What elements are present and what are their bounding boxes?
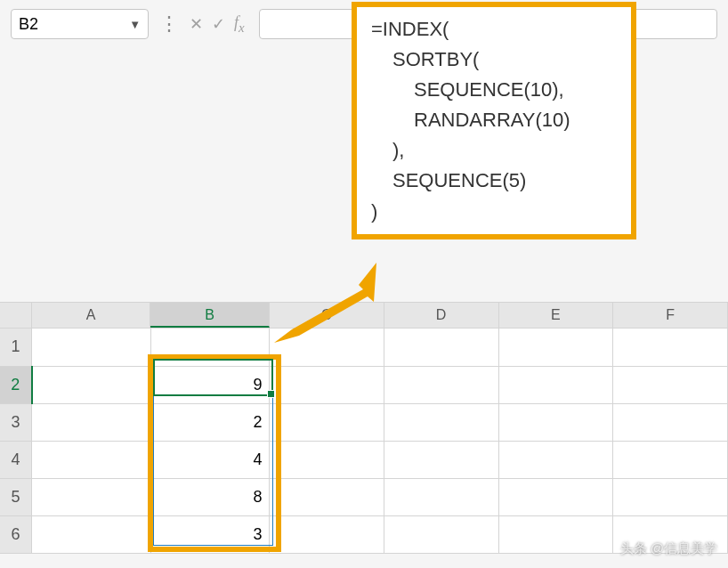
- cell-b3[interactable]: 2: [150, 403, 270, 441]
- cell-a3[interactable]: [32, 403, 151, 441]
- cell-d6[interactable]: [384, 515, 499, 553]
- col-header-a[interactable]: A: [32, 303, 151, 328]
- cells-table: 1 2 9 3 2 4 4: [0, 329, 728, 554]
- enter-icon[interactable]: ✓: [212, 14, 225, 34]
- cell-e1[interactable]: [498, 329, 613, 366]
- row-header-5[interactable]: 5: [0, 478, 32, 515]
- cell-f5[interactable]: [613, 478, 728, 515]
- cell-f2[interactable]: [613, 366, 728, 403]
- cell-d4[interactable]: [384, 441, 499, 478]
- formula-line: SEQUENCE(5): [371, 166, 617, 196]
- table-row: 5 8: [0, 478, 728, 515]
- cell-a5[interactable]: [32, 478, 151, 515]
- cell-c6[interactable]: [270, 515, 384, 553]
- cell-b6[interactable]: 3: [150, 515, 270, 553]
- cell-a2[interactable]: [32, 366, 151, 403]
- formula-line: SORTBY(: [371, 45, 617, 75]
- formula-callout: =INDEX( SORTBY( SEQUENCE(10), RANDARRAY(…: [352, 2, 636, 239]
- table-row: 2 9: [0, 366, 728, 403]
- table-row: 3 2: [0, 403, 728, 441]
- col-header-f[interactable]: F: [613, 303, 728, 328]
- row-header-6[interactable]: 6: [0, 515, 32, 553]
- formula-line: ),: [371, 135, 617, 166]
- cell-e2[interactable]: [498, 366, 613, 403]
- cell-f1[interactable]: [613, 329, 728, 366]
- cell-e4[interactable]: [498, 441, 613, 478]
- svg-marker-0: [274, 263, 376, 343]
- callout-arrow-icon: [274, 263, 381, 343]
- formula-line: =INDEX(: [371, 14, 617, 45]
- cell-d3[interactable]: [384, 403, 499, 441]
- formula-line: SEQUENCE(10),: [371, 75, 617, 105]
- cell-a6[interactable]: [32, 515, 151, 553]
- name-box-value: B2: [19, 15, 129, 34]
- col-header-d[interactable]: D: [384, 303, 499, 328]
- cell-d2[interactable]: [384, 366, 499, 403]
- cell-a4[interactable]: [32, 441, 151, 478]
- cell-b1[interactable]: [150, 329, 270, 366]
- cell-a1[interactable]: [32, 329, 151, 366]
- cell-e3[interactable]: [498, 403, 613, 441]
- row-header-3[interactable]: 3: [0, 403, 32, 441]
- table-row: 6 3: [0, 515, 728, 553]
- cell-e5[interactable]: [498, 478, 613, 515]
- formula-line: RANDARRAY(10): [371, 105, 617, 135]
- name-box[interactable]: B2 ▼: [11, 9, 149, 39]
- drag-handle-icon: ⋮: [158, 20, 181, 28]
- cell-b5[interactable]: 8: [150, 478, 270, 515]
- chevron-down-icon[interactable]: ▼: [129, 18, 141, 31]
- table-row: 4 4: [0, 441, 728, 478]
- cell-e6[interactable]: [498, 515, 613, 553]
- row-header-4[interactable]: 4: [0, 441, 32, 478]
- cell-c3[interactable]: [270, 403, 384, 441]
- formula-line: ): [371, 197, 617, 227]
- watermark: 头条 @信息美学: [620, 540, 717, 557]
- formula-bar-buttons: ✕ ✓ fx: [190, 13, 250, 36]
- col-header-b[interactable]: B: [150, 303, 270, 328]
- cell-d1[interactable]: [384, 329, 499, 366]
- cell-f3[interactable]: [613, 403, 728, 441]
- cell-c5[interactable]: [270, 478, 384, 515]
- cell-c4[interactable]: [270, 441, 384, 478]
- cell-d5[interactable]: [384, 478, 499, 515]
- row-header-1[interactable]: 1: [0, 329, 32, 366]
- col-header-e[interactable]: E: [499, 303, 614, 328]
- row-header-2[interactable]: 2: [0, 366, 32, 403]
- cell-c2[interactable]: [270, 366, 384, 403]
- cell-b4[interactable]: 4: [150, 441, 270, 478]
- cell-b2[interactable]: 9: [150, 366, 270, 403]
- cancel-icon[interactable]: ✕: [190, 14, 203, 34]
- select-all-corner[interactable]: [0, 303, 32, 328]
- cell-f4[interactable]: [613, 441, 728, 478]
- fx-icon[interactable]: fx: [234, 13, 245, 36]
